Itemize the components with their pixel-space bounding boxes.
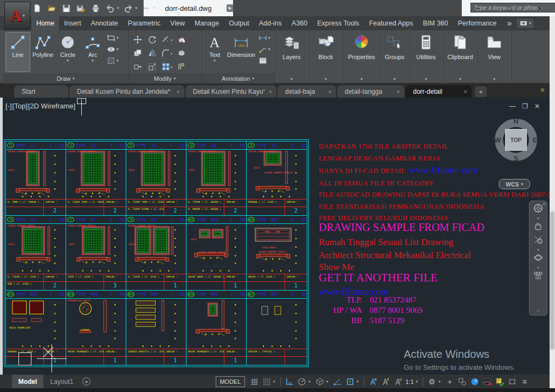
groups-panel[interactable]: Groups▾ [380,30,409,83]
doc-restore-icon[interactable]: ❐ [522,102,528,110]
annotation-scale-value[interactable]: 1:1 [404,378,415,385]
chevron-down-icon[interactable]: ▾ [135,6,138,10]
minimize-button[interactable]: − [463,0,494,16]
polyline-button[interactable]: Polyline [30,32,55,72]
viewport-view-control[interactable]: [Top] [12,102,28,110]
save-as-button[interactable] [75,3,86,14]
layers-panel[interactable]: Layers▾ [275,30,309,83]
open-file-button[interactable] [46,3,57,14]
chevron-down-icon[interactable]: ▾ [537,217,539,220]
tab-insert[interactable]: Insert [59,16,86,30]
ortho-button[interactable] [283,376,295,387]
close-icon[interactable]: × [397,88,400,95]
autosnap-button[interactable] [332,376,343,387]
polar-tracking-button[interactable] [296,376,307,387]
rotate-button[interactable] [145,33,159,46]
maximize-button[interactable]: □ [494,0,525,16]
tab-annotate[interactable]: Annotate [86,16,123,30]
save-button[interactable] [61,3,72,14]
annotation-visibility-button[interactable] [367,376,378,387]
scale-button[interactable] [145,60,159,73]
annotation-autoscale-button[interactable] [379,376,391,387]
close-button[interactable]: ✕ [524,0,555,16]
isodraft-button[interactable] [314,376,325,387]
close-icon[interactable]: × [269,88,272,95]
clipboard-panel[interactable]: Clipboard▾ [443,30,477,83]
scrollbar-thumb[interactable] [550,211,554,350]
text-button[interactable]: AText▾ [204,32,225,72]
copy-button[interactable] [131,47,145,60]
array-button[interactable]: ▾ [160,60,174,73]
showmotion-button[interactable] [533,271,543,282]
isolate-objects-button[interactable] [456,376,468,387]
rectangle-button[interactable]: ▾ [107,33,119,43]
explode-button[interactable] [175,47,189,60]
tab-featured-apps[interactable]: Featured Apps [364,16,418,30]
view-panel[interactable]: View▾ [477,30,512,83]
annotation-scale-button[interactable] [392,376,403,387]
new-drawing-tab-button[interactable]: + [475,86,487,97]
plot-button[interactable] [90,3,101,14]
wcs-dropdown[interactable]: WCS ▾ [499,179,530,189]
performance-recorder-button[interactable] [481,376,493,387]
multileader-button[interactable]: ▾ [259,44,270,54]
tab-output[interactable]: Output [224,16,254,30]
tab-view[interactable]: View [165,16,190,30]
dimension-button[interactable]: Dimension [225,32,257,72]
close-icon[interactable]: × [464,88,467,95]
vertical-scrollbar[interactable] [550,16,555,388]
draw-panel-label[interactable]: Draw ▾ [3,73,128,83]
zoom-extents-button[interactable] [533,235,543,247]
tab-express-tools[interactable]: Express Tools [312,16,364,30]
chevron-down-icon[interactable]: ▾ [326,380,331,384]
erase-button[interactable] [175,33,189,46]
properties-panel[interactable]: Properties▾ [343,30,380,83]
doc-close-icon[interactable]: ✕ [534,102,540,110]
modify-panel-label[interactable]: Modify ▾ [128,73,201,83]
file-tab-start[interactable]: Start [14,85,68,98]
chevron-down-icon[interactable]: ▾ [308,380,313,384]
ribbon-overflow-icon[interactable]: » [507,18,512,28]
chevron-down-icon[interactable]: ▾ [537,248,539,251]
line-button[interactable]: Line [5,32,30,72]
redo-button[interactable] [123,3,134,14]
mirror-button[interactable] [145,47,159,60]
file-tab-dorr-detail[interactable]: dorr-detail× [405,85,472,98]
viewcube-north[interactable]: N [511,117,521,125]
workspace-gear-button[interactable]: ⚙ [426,376,437,387]
offset-button[interactable] [175,60,189,73]
file-tab-detail-kusen-pintu-kayu-[interactable]: Detail Kusen Pintu Kayu*× [185,85,276,98]
tab-home[interactable]: Home [31,16,59,30]
osnap-button[interactable] [344,376,356,387]
file-tab-detail-kusen-pintu-dan-jendela-[interactable]: Detail Kusen Pintu dan Jendela*× [69,85,184,98]
viewcube-south[interactable]: S [511,155,521,163]
new-file-button[interactable] [31,3,42,14]
viewcube[interactable]: N S W E TOP [492,116,540,164]
tab-bim-360[interactable]: BIM 360 [418,16,453,30]
clean-screen-button[interactable] [506,376,518,387]
sysvar-monitor-button[interactable] [494,376,505,387]
viewport-visual-style-control[interactable]: [2D Wireframe] [28,102,75,110]
tab-layout1[interactable]: Layout1 [44,375,79,388]
viewcube-west[interactable]: W [492,136,503,144]
dim-style-button[interactable]: ▾ [259,33,270,43]
chevron-down-icon[interactable]: ▾ [416,380,420,384]
table-button[interactable] [259,56,270,66]
graphics-performance-button[interactable] [469,376,480,387]
snap-grid-button[interactable] [248,376,260,387]
viewcube-top-face[interactable]: TOP [505,129,527,151]
circle-button[interactable]: Circle▾ [55,32,80,72]
tab-a360[interactable]: A360 [287,16,312,30]
ellipse-button[interactable]: ▾ [107,44,119,54]
chevron-down-icon[interactable]: ▾ [273,380,278,384]
tab-performance[interactable]: Performance [453,16,502,30]
viewport-menu-control[interactable]: [-] [5,102,12,110]
tab-model[interactable]: Model [12,375,43,388]
hatch-button[interactable]: ▾ [107,56,119,66]
file-tab-detail-baja[interactable]: detail-baja× [278,85,336,98]
pan-hand-button[interactable] [533,221,543,233]
tab-manage[interactable]: Manage [190,16,224,30]
steering-wheel-button[interactable] [533,203,543,215]
chevron-down-icon[interactable]: ▾ [537,266,539,269]
file-tab-detail-tangga[interactable]: detail-tangga× [337,85,404,98]
